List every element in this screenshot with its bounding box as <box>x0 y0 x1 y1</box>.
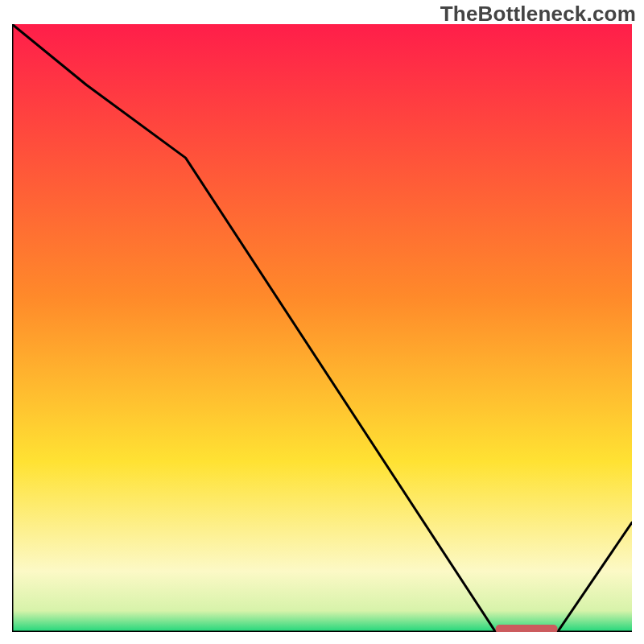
chart-stage: TheBottleneck.com <box>0 0 644 644</box>
optimal-range-marker <box>496 625 558 632</box>
chart-background <box>12 24 632 632</box>
watermark-text: TheBottleneck.com <box>440 2 636 27</box>
chart-plot-area <box>12 24 632 632</box>
chart-svg <box>12 24 632 632</box>
